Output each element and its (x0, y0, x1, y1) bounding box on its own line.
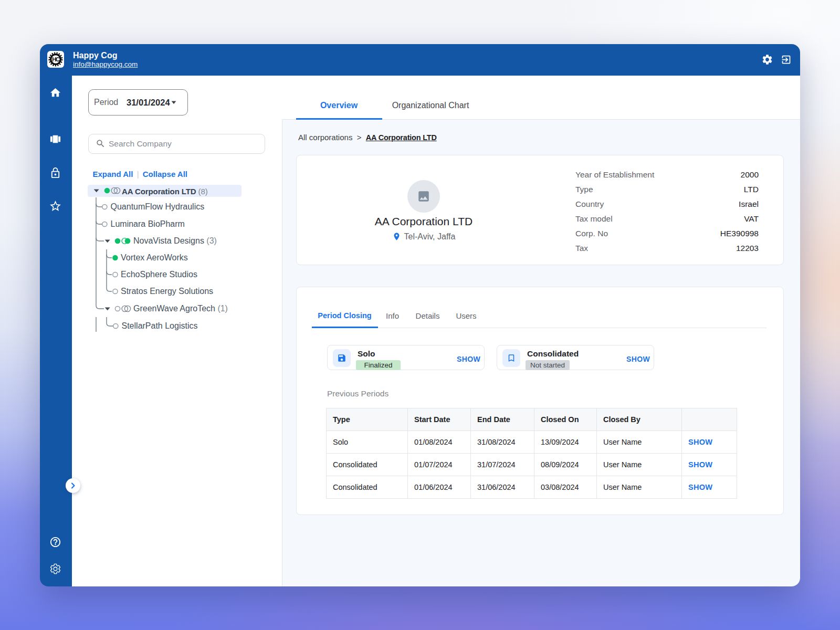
svg-text:HC: HC (52, 56, 60, 62)
